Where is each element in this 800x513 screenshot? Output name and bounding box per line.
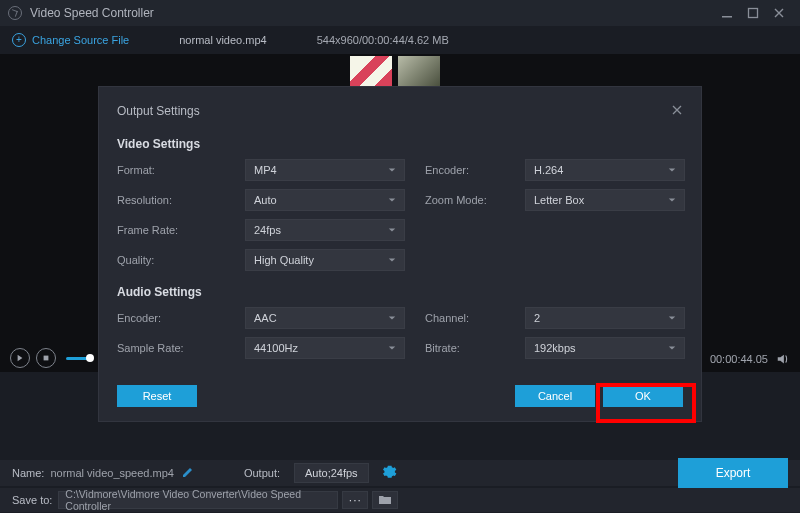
close-button[interactable] [766, 4, 792, 22]
resolution-select[interactable]: Auto [245, 189, 405, 211]
reset-button[interactable]: Reset [117, 385, 197, 407]
format-label: Format: [117, 164, 225, 176]
minimize-button[interactable] [714, 4, 740, 22]
app-logo-icon [8, 6, 22, 20]
chevron-down-icon [388, 224, 396, 236]
svg-rect-2 [44, 356, 49, 361]
zoom-label: Zoom Mode: [425, 194, 505, 206]
plus-circle-icon: + [12, 33, 26, 47]
chevron-down-icon [668, 164, 676, 176]
chevron-down-icon [388, 164, 396, 176]
audio-encoder-label: Encoder: [117, 312, 225, 324]
framerate-label: Frame Rate: [117, 224, 225, 236]
duration-text: 00:00:44.05 [710, 353, 768, 365]
samplerate-select[interactable]: 44100Hz [245, 337, 405, 359]
saveto-label: Save to: [12, 494, 52, 506]
open-folder-button[interactable] [372, 491, 398, 509]
name-label: Name: [12, 467, 44, 479]
thumbnail [350, 56, 392, 86]
play-button[interactable] [10, 348, 30, 368]
thumbnail [398, 56, 440, 86]
volume-icon[interactable] [776, 352, 790, 366]
player-right-info: 00:00:44.05 [710, 352, 790, 366]
name-value: normal video_speed.mp4 [50, 467, 174, 479]
zoom-mode-select[interactable]: Letter Box [525, 189, 685, 211]
samplerate-label: Sample Rate: [117, 342, 225, 354]
output-format-select[interactable]: Auto;24fps [294, 463, 369, 483]
ok-button[interactable]: OK [603, 385, 683, 407]
chevron-down-icon [388, 254, 396, 266]
change-source-button[interactable]: + Change Source File [12, 33, 129, 47]
edit-name-button[interactable] [182, 466, 194, 480]
encoder-label: Encoder: [425, 164, 505, 176]
source-toolbar: + Change Source File normal video.mp4 54… [0, 26, 800, 54]
source-filename: normal video.mp4 [179, 34, 266, 46]
resolution-label: Resolution: [117, 194, 225, 206]
export-button[interactable]: Export [678, 458, 788, 488]
bitrate-label: Bitrate: [425, 342, 505, 354]
svg-rect-1 [749, 9, 758, 18]
chevron-down-icon [388, 312, 396, 324]
chevron-down-icon [668, 312, 676, 324]
video-encoder-select[interactable]: H.264 [525, 159, 685, 181]
quality-select[interactable]: High Quality [245, 249, 405, 271]
quality-label: Quality: [117, 254, 225, 266]
chevron-down-icon [388, 194, 396, 206]
stop-button[interactable] [36, 348, 56, 368]
audio-encoder-select[interactable]: AAC [245, 307, 405, 329]
output-label: Output: [244, 467, 280, 479]
chevron-down-icon [668, 342, 676, 354]
source-fileinfo: 544x960/00:00:44/4.62 MB [317, 34, 449, 46]
seek-slider[interactable] [66, 357, 90, 360]
maximize-button[interactable] [740, 4, 766, 22]
audio-settings-heading: Audio Settings [117, 285, 683, 299]
bottom-bar-2: Save to: C:\Vidmore\Vidmore Video Conver… [0, 488, 800, 512]
dialog-close-button[interactable] [671, 104, 683, 118]
chevron-down-icon [668, 194, 676, 206]
chevron-down-icon [388, 342, 396, 354]
output-settings-button[interactable] [383, 465, 397, 481]
saveto-path[interactable]: C:\Vidmore\Vidmore Video Converter\Video… [58, 491, 338, 509]
cancel-button[interactable]: Cancel [515, 385, 595, 407]
channel-label: Channel: [425, 312, 505, 324]
framerate-select[interactable]: 24fps [245, 219, 405, 241]
thumbnail-strip [350, 56, 440, 86]
title-bar: Video Speed Controller [0, 0, 800, 26]
app-title: Video Speed Controller [30, 6, 154, 20]
svg-rect-0 [722, 16, 732, 18]
channel-select[interactable]: 2 [525, 307, 685, 329]
output-settings-dialog: Output Settings Video Settings Format: M… [98, 86, 702, 422]
bitrate-select[interactable]: 192kbps [525, 337, 685, 359]
video-settings-heading: Video Settings [117, 137, 683, 151]
player-controls [10, 348, 90, 368]
change-source-label: Change Source File [32, 34, 129, 46]
dialog-title: Output Settings [117, 104, 200, 118]
browse-path-button[interactable]: ··· [342, 491, 368, 509]
format-select[interactable]: MP4 [245, 159, 405, 181]
